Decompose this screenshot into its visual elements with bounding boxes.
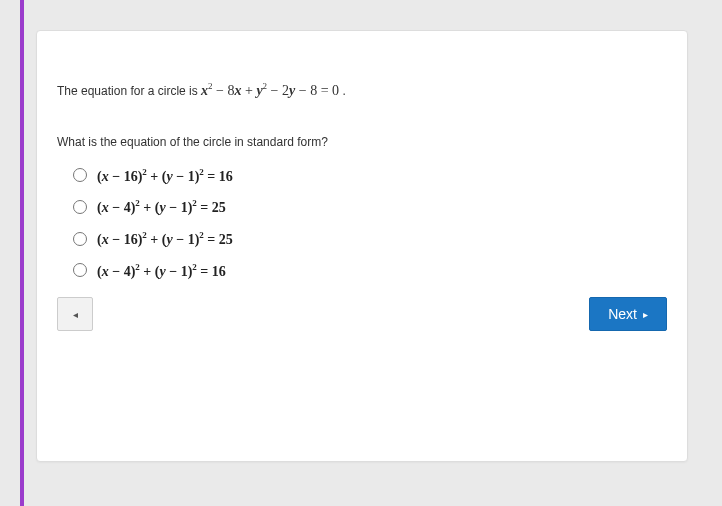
question-card: The equation for a circle is x2 − 8x + y… bbox=[36, 30, 688, 462]
choice-radio[interactable] bbox=[73, 200, 87, 214]
accent-bar bbox=[20, 0, 24, 506]
prev-button[interactable]: ◂ bbox=[57, 297, 93, 331]
choice-option[interactable]: (x − 4)2 + (y − 1)2 = 25 bbox=[73, 198, 667, 216]
choice-option[interactable]: (x − 16)2 + (y − 1)2 = 16 bbox=[73, 167, 667, 185]
prompt-text: The equation for a circle is x2 − 8x + y… bbox=[57, 81, 667, 99]
choice-label: (x − 16)2 + (y − 1)2 = 16 bbox=[97, 167, 233, 185]
choice-radio[interactable] bbox=[73, 168, 87, 182]
next-button[interactable]: Next ▸ bbox=[589, 297, 667, 331]
prompt-prefix: The equation for a circle is bbox=[57, 84, 201, 98]
choice-option[interactable]: (x − 16)2 + (y − 1)2 = 25 bbox=[73, 230, 667, 248]
question-text: What is the equation of the circle in st… bbox=[57, 135, 667, 149]
choice-option[interactable]: (x − 4)2 + (y − 1)2 = 16 bbox=[73, 262, 667, 280]
next-button-label: Next bbox=[608, 306, 637, 322]
choice-label: (x − 16)2 + (y − 1)2 = 25 bbox=[97, 230, 233, 248]
choice-label: (x − 4)2 + (y − 1)2 = 16 bbox=[97, 262, 226, 280]
choice-label: (x − 4)2 + (y − 1)2 = 25 bbox=[97, 198, 226, 216]
prompt-suffix: . bbox=[342, 84, 345, 98]
answer-choices: (x − 16)2 + (y − 1)2 = 16 (x − 4)2 + (y … bbox=[57, 167, 667, 280]
nav-row: ◂ Next ▸ bbox=[57, 297, 667, 331]
arrow-right-icon: ▸ bbox=[643, 309, 648, 320]
choice-radio[interactable] bbox=[73, 263, 87, 277]
arrow-left-icon: ◂ bbox=[73, 309, 78, 320]
choice-radio[interactable] bbox=[73, 232, 87, 246]
circle-equation: x2 − 8x + y2 − 2y − 8 = 0 bbox=[201, 83, 339, 98]
